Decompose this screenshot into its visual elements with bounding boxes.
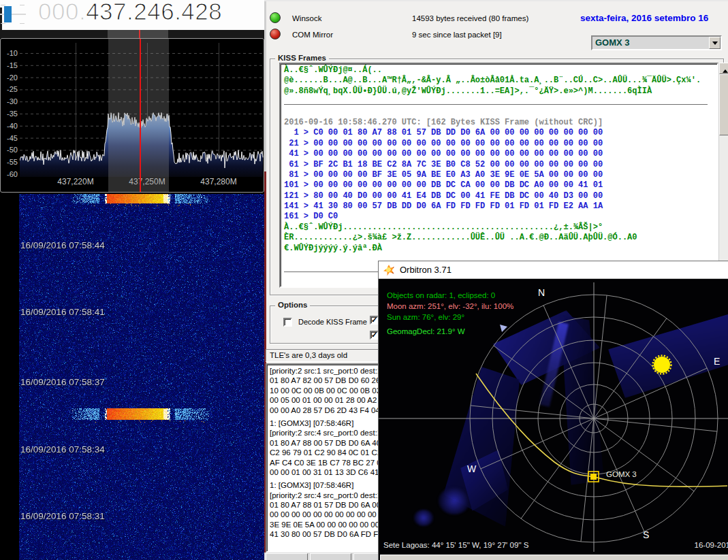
satellite-name-label: GOMX 3	[606, 470, 637, 478]
com-mirror-status-led	[270, 29, 281, 39]
satellite-combobox-value: GOMX 3	[595, 37, 630, 48]
kiss-hex-line: 21 > 00 00 00 00 00 00 00 00 00 00 00 00…	[284, 139, 717, 149]
winsock-status-led	[270, 12, 281, 23]
orbitron-title-bar[interactable]: Orbitron 3.71	[379, 261, 728, 279]
kiss-raw-line	[284, 108, 717, 118]
terminal-scrollbar[interactable]	[718, 63, 728, 288]
winsock-label: Winsock	[292, 14, 321, 22]
kiss-raw-line: @è......B...A@..B...A™R†Â„,-&Â-y.Â „..Âo…	[284, 76, 717, 86]
orbitron-app-icon	[383, 265, 394, 276]
slider-tick	[1, 5, 5, 5]
satellite-marker	[590, 474, 597, 480]
kiss-frames-title: KISS Frames	[275, 54, 329, 62]
kiss-hex-line: 101 > 00 00 00 00 00 00 00 00 DB DC CA 0…	[284, 180, 717, 191]
orbitron-date-text: 16-09-201	[695, 541, 728, 549]
spectrum-y-tick: -55	[1, 158, 18, 166]
spectrum-y-tick: -20	[1, 73, 18, 82]
satellite-combobox[interactable]: GOMX 3	[591, 35, 722, 50]
spectrum-y-tick: -30	[1, 97, 18, 105]
kiss-hex-line: 161 > D0 C0	[284, 212, 717, 222]
waterfall-timestamp: 16/09/2016 07:58:41	[20, 307, 105, 317]
band-selection[interactable]	[108, 30, 168, 38]
orbitron-status-text: Sun azm: 76°, elv: 29°	[387, 313, 464, 321]
radar-spoke	[594, 368, 707, 418]
check-icon: ✓	[371, 316, 377, 325]
spectrum-y-tick: -45	[1, 134, 18, 142]
band-overview-bar[interactable]	[0, 30, 264, 38]
spectrum-x-tick: 437,220M	[48, 177, 103, 186]
combobox-dropdown-button[interactable]	[709, 37, 721, 49]
kiss-raw-line: €.WÛÝÐjýýýý.ý.ýâª.ÐÀ	[284, 244, 717, 254]
frequency-panel: 000.437.246.428	[0, 0, 264, 30]
decode-kiss-label: Decode KISS Frame	[298, 318, 367, 326]
spectrum-tuning-line	[140, 39, 141, 192]
radar-spoke	[594, 418, 717, 431]
frequency-readout[interactable]: 000.437.246.428	[38, 0, 222, 25]
kiss-hex-line: 41 > 00 00 00 00 00 00 00 00 00 00 00 00…	[284, 149, 717, 159]
radar-spoke	[481, 418, 594, 469]
slider-tick	[20, 23, 25, 24]
window-edge	[264, 1, 266, 171]
orbitron-title-text: Orbitron 3.71	[400, 265, 452, 275]
compass-west-label: W	[467, 463, 476, 474]
options-title: Options	[275, 301, 310, 309]
compass-north-label: N	[538, 287, 545, 298]
spectrum-x-tick: 437,280M	[191, 177, 246, 186]
compass-east-label: E	[714, 356, 720, 367]
slider-tick	[20, 5, 25, 5]
orbitron-status-text: GeomagDecl: 21.9° W	[387, 327, 465, 335]
observer-location-text: Sete Lagoas: 44° 15' 15'' W, 19° 27' 09'…	[383, 541, 529, 549]
radar-spoke	[471, 406, 594, 418]
last-packet-text: 9 sec since last packet [9]	[412, 31, 502, 39]
spectrum-y-tick: -10	[1, 49, 18, 57]
kiss-frames-terminal[interactable]: À..€§ˆ.WÛÝÐj@¤..Á(..@è......B...A@..B...…	[279, 63, 718, 288]
tuning-marker	[139, 30, 140, 38]
status-segment	[353, 553, 381, 560]
kiss-raw-line: À..€§ˆ.WÛÝÐj............................…	[284, 223, 717, 233]
waterfall-display[interactable]: 16/09/2016 07:58:4416/09/2016 07:58:4116…	[0, 193, 264, 560]
decode-kiss-checkbox[interactable]	[283, 318, 292, 327]
bytes-received-text: 14593 bytes received (80 frames)	[412, 14, 528, 22]
spectrum-y-tick: -50	[1, 146, 18, 154]
kiss-frame-header: 2016-09-16 10:58:46.270 UTC: [162 Bytes …	[284, 118, 717, 128]
orbitron-bottom-bar	[380, 555, 728, 560]
waterfall-timestamp: 16/09/2016 07:58:37	[20, 377, 105, 387]
kiss-hex-line: 121 > 80 00 40 D0 00 00 41 E4 DB DC 00 4…	[284, 191, 717, 201]
spectrum-y-tick: -25	[1, 85, 18, 93]
orbitron-status-text: Moon azm: 251°, elv: -32°, ilu: 100%	[387, 302, 513, 310]
spectrum-y-tick: -15	[1, 61, 18, 69]
kiss-hex-line: 1 > C0 00 01 80 A7 88 01 57 DB DD D0 6A …	[284, 128, 717, 138]
kiss-divider	[284, 97, 717, 107]
radar-spoke	[521, 418, 594, 518]
kiss-hex-line: 141 > 41 30 80 00 57 DB DD D0 6A FD FD F…	[284, 201, 717, 212]
radar-plot	[379, 280, 728, 560]
spectrum-selection-band[interactable]	[108, 39, 169, 192]
spectrum-y-tick: -60	[1, 170, 18, 178]
compass-south-label: S	[643, 529, 649, 540]
spectrum-panel: -10-15-20-25-30-35-40-45-50-55-60 437,22…	[0, 38, 264, 193]
radar-spoke	[594, 295, 607, 418]
spectrum-y-tick: -35	[1, 110, 18, 118]
radar-spoke	[543, 306, 594, 418]
kiss-raw-line: À..€§ˆ.WÛÝÐj@¤..Á(..	[284, 65, 717, 76]
check-icon: ✓	[371, 331, 377, 340]
orbitron-window: Orbitron 3.71 Objects on radar: 1, eclip…	[378, 261, 728, 560]
com-mirror-label: COM Mirror	[292, 31, 333, 39]
frequency-leading-zeros: 000.	[38, 0, 86, 24]
kiss-frames-groupbox: KISS Frames À..€§ˆ.WÛÝÐj@¤..Á(..@è......…	[270, 59, 724, 295]
kiss-hex-line: 81 > 00 00 00 00 BF 3E 05 9A BE E0 A3 A0…	[284, 170, 717, 180]
frequency-slider-handle[interactable]	[4, 6, 12, 22]
waterfall-timestamp: 16/09/2016 07:58:31	[20, 511, 105, 521]
radar-spoke	[494, 346, 594, 418]
waterfall-timestamp: 16/09/2016 07:58:34	[20, 444, 105, 455]
status-segment	[266, 553, 308, 560]
kiss-hex-line: 61 > BF 2C B1 18 BE C2 8A 7C 3E B0 C8 52…	[284, 160, 717, 170]
radar-spoke	[581, 418, 594, 542]
status-segment	[310, 553, 351, 560]
scrollbar-thumb[interactable]	[719, 74, 728, 135]
kiss-raw-line: @».8ñ8wÝq¸bqX.ÛÜ•Ð}ÛÜ.ú,@yŽ'WÛÝÐj.......…	[284, 86, 717, 97]
orbitron-radar-view[interactable]: Objects on radar: 1, eclipsed: 0Moon azm…	[379, 280, 728, 560]
orbitron-status-text: Objects on radar: 1, eclipsed: 0	[387, 291, 495, 299]
kiss-raw-line: ÈR............¿>.š¾à£ >ž.Z............ÛÜ…	[284, 233, 717, 243]
scroll-up-button[interactable]	[719, 63, 728, 74]
